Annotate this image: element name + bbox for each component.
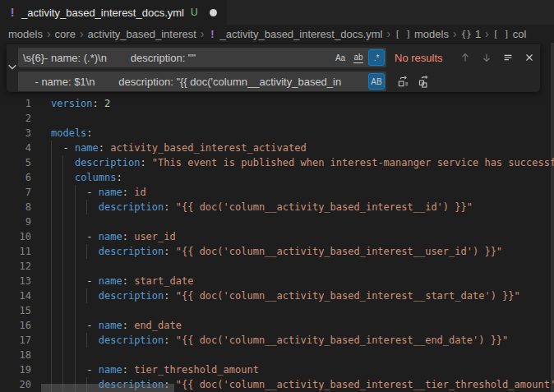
code-line-18[interactable]: 18 bbox=[0, 348, 554, 362]
breadcrumb-item-core[interactable]: core bbox=[55, 28, 76, 40]
line-number[interactable]: 1 bbox=[0, 96, 31, 111]
indent-guide bbox=[75, 348, 76, 362]
replace-button[interactable] bbox=[395, 73, 411, 90]
next-match-button[interactable] bbox=[478, 49, 495, 66]
code-line-3[interactable]: 3models: bbox=[0, 126, 554, 141]
yaml-symbol-icon: ! bbox=[208, 28, 216, 40]
object-symbol-icon: {} bbox=[461, 29, 472, 39]
breadcrumb-label: activity_based_interest bbox=[88, 28, 196, 40]
breadcrumb-item-1[interactable]: {}1 bbox=[461, 28, 481, 40]
replace-input[interactable]: - name: $1\n description: "{{ doc('colum… bbox=[18, 71, 386, 91]
array-symbol-icon: [ ] bbox=[493, 29, 510, 39]
indent-guide bbox=[62, 214, 63, 229]
code-text: - name: end_date bbox=[51, 318, 182, 333]
chevron-down-icon bbox=[7, 61, 18, 76]
whole-word-toggle[interactable]: ab bbox=[350, 49, 367, 66]
breadcrumb-separator-icon: › bbox=[47, 27, 51, 40]
code-text: description: "This event is published wh… bbox=[51, 155, 554, 170]
line-number[interactable]: 12 bbox=[0, 259, 31, 274]
line-number[interactable]: 19 bbox=[0, 362, 31, 377]
line-number[interactable]: 18 bbox=[0, 348, 31, 362]
horizontal-scrollbar-thumb[interactable] bbox=[41, 384, 174, 392]
code-text: columns: bbox=[51, 170, 122, 185]
breadcrumb-item-activity_based_interest[interactable]: activity_based_interest bbox=[88, 28, 196, 40]
breadcrumb-item-models[interactable]: [ ]models bbox=[395, 28, 449, 40]
replace-all-button[interactable] bbox=[416, 73, 432, 90]
code-text: - name: user_id bbox=[51, 229, 176, 244]
code-line-14[interactable]: 14 description: "{{ doc('column__activit… bbox=[0, 288, 554, 303]
match-case-toggle[interactable]: Aa bbox=[332, 49, 349, 66]
line-number[interactable]: 13 bbox=[0, 274, 31, 288]
code-line-9[interactable]: 9 bbox=[0, 214, 554, 229]
code-line-5[interactable]: 5 description: "This event is published … bbox=[0, 155, 554, 170]
toggle-replace-button[interactable] bbox=[7, 48, 18, 89]
line-number[interactable]: 16 bbox=[0, 318, 31, 333]
regex-toggle[interactable]: .* bbox=[368, 49, 385, 66]
code-line-15[interactable]: 15 bbox=[0, 303, 554, 318]
code-line-17[interactable]: 17 description: "{{ doc('column__activit… bbox=[0, 333, 554, 348]
line-number[interactable]: 11 bbox=[0, 244, 31, 259]
line-number[interactable]: 10 bbox=[0, 229, 31, 244]
code-line-16[interactable]: 16 - name: end_date bbox=[0, 318, 554, 333]
code-text: version: 2 bbox=[51, 96, 110, 111]
indent-guide bbox=[75, 303, 76, 318]
yaml-file-icon: ! bbox=[8, 6, 16, 19]
find-input[interactable]: \s{6}- name: (.*)\n description: "" Aa a… bbox=[18, 48, 386, 67]
editor[interactable]: \s{6}- name: (.*)\n description: "" Aa a… bbox=[0, 43, 554, 392]
code-line-7[interactable]: 7 - name: id bbox=[0, 185, 554, 200]
breadcrumb-item-_activity_based_interest_docs.yml[interactable]: !_activity_based_interest_docs.yml bbox=[208, 28, 382, 40]
find-replace-widget: \s{6}- name: (.*)\n description: "" Aa a… bbox=[7, 44, 540, 92]
code-line-10[interactable]: 10 - name: user_id bbox=[0, 229, 554, 244]
breadcrumb-item-models[interactable]: models bbox=[8, 28, 43, 40]
find-in-selection-button[interactable] bbox=[500, 49, 516, 66]
code-line-2[interactable]: 2 bbox=[0, 111, 554, 126]
replace-input-value: - name: $1\n description: "{{ doc('colum… bbox=[23, 76, 367, 88]
line-number[interactable]: 9 bbox=[0, 214, 31, 229]
indent-guide bbox=[75, 214, 76, 229]
previous-match-button[interactable] bbox=[457, 49, 473, 66]
tab-bar: ! _activity_based_interest_docs.yml U bbox=[0, 0, 554, 25]
code-text: description: "{{ doc('column__activity_b… bbox=[51, 200, 473, 214]
code-text: description: "{{ doc('column__activity_b… bbox=[51, 333, 508, 348]
indent-guide bbox=[51, 259, 52, 274]
line-number[interactable]: 8 bbox=[0, 200, 31, 214]
line-number[interactable]: 6 bbox=[0, 170, 31, 185]
breadcrumb-item-col[interactable]: [ ]col bbox=[493, 28, 527, 40]
code-line-19[interactable]: 19 - name: tier_threshold_amount bbox=[0, 362, 554, 377]
find-input-value: \s{6}- name: (.*)\n description: "" bbox=[23, 52, 330, 64]
code-line-13[interactable]: 13 - name: start_date bbox=[0, 274, 554, 288]
vertical-scrollbar-thumb[interactable] bbox=[551, 43, 554, 392]
code-text: description: "{{ doc('column__activity_b… bbox=[51, 244, 502, 259]
line-number[interactable]: 4 bbox=[0, 141, 31, 155]
line-number[interactable]: 5 bbox=[0, 155, 31, 170]
line-number[interactable]: 14 bbox=[0, 288, 31, 303]
code-line-4[interactable]: 4 - name: activity_based_interest_activa… bbox=[0, 141, 554, 155]
indent-guide bbox=[75, 259, 76, 274]
line-number[interactable]: 7 bbox=[0, 185, 31, 200]
code-line-6[interactable]: 6 columns: bbox=[0, 170, 554, 185]
code-line-12[interactable]: 12 bbox=[0, 259, 554, 274]
close-find-widget-button[interactable] bbox=[521, 49, 538, 66]
preserve-case-toggle[interactable]: AB bbox=[368, 73, 385, 90]
code-text: models: bbox=[51, 126, 93, 141]
line-number[interactable]: 15 bbox=[0, 303, 31, 318]
array-symbol-icon: [ ] bbox=[395, 29, 411, 39]
code-line-8[interactable]: 8 description: "{{ doc('column__activity… bbox=[0, 200, 554, 214]
code-line-11[interactable]: 11 description: "{{ doc('column__activit… bbox=[0, 244, 554, 259]
code-text: - name: tier_threshold_amount bbox=[51, 362, 259, 377]
code-text: - name: start_date bbox=[51, 274, 193, 288]
breadcrumb-label: _activity_based_interest_docs.yml bbox=[219, 28, 382, 40]
line-number[interactable]: 2 bbox=[0, 111, 31, 126]
indent-guide bbox=[51, 214, 52, 229]
git-untracked-badge: U bbox=[191, 7, 198, 18]
breadcrumb-separator-icon: › bbox=[80, 27, 84, 40]
breadcrumb-separator-icon: › bbox=[453, 27, 457, 40]
line-number[interactable]: 20 bbox=[0, 377, 31, 392]
breadcrumb-label: col bbox=[513, 28, 527, 40]
line-number[interactable]: 3 bbox=[0, 126, 31, 141]
tab-activity-based-interest-docs[interactable]: ! _activity_based_interest_docs.yml U bbox=[0, 0, 227, 25]
code-line-1[interactable]: 1version: 2 bbox=[0, 96, 554, 111]
line-number[interactable]: 17 bbox=[0, 333, 31, 348]
modified-dot-icon[interactable] bbox=[210, 9, 217, 16]
code-text: - name: activity_based_interest_activate… bbox=[51, 141, 307, 155]
